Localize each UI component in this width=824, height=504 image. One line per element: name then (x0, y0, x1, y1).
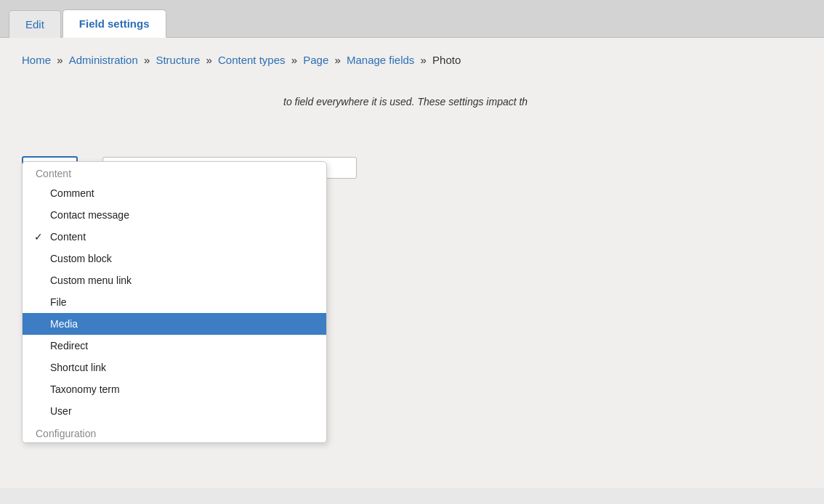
breadcrumb: Home » Administration » Structure » Cont… (22, 52, 802, 69)
dropdown-item-custom-menu-link[interactable]: Custom menu link (23, 269, 326, 291)
dropdown-group-configuration-label: Configuration (23, 422, 326, 442)
breadcrumb-sep-2: » (144, 54, 153, 66)
description-italic: to field everywhere it is used. These se… (283, 96, 528, 107)
main-content: Home » Administration » Structure » Cont… (0, 38, 824, 488)
page-wrapper: Edit Field settings Home » Administratio… (0, 0, 824, 504)
dropdown-group-content-label: Content (23, 162, 326, 182)
dropdown-popup: Content Comment Contact message Content … (22, 161, 327, 443)
breadcrumb-administration[interactable]: Administration (69, 54, 138, 66)
dropdown-item-media[interactable]: Media (23, 313, 326, 335)
dropdown-item-contact-message[interactable]: Contact message (23, 204, 326, 226)
dropdown-item-comment[interactable]: Comment (23, 182, 326, 204)
dropdown-item-redirect[interactable]: Redirect (23, 335, 326, 357)
dropdown-item-content[interactable]: Content (23, 226, 326, 248)
breadcrumb-sep-4: » (291, 54, 301, 66)
breadcrumb-structure[interactable]: Structure (155, 54, 200, 66)
dropdown-item-file[interactable]: File (23, 291, 326, 313)
breadcrumb-sep-6: » (421, 54, 430, 66)
breadcrumb-home[interactable]: Home (22, 54, 51, 66)
dropdown-item-custom-block[interactable]: Custom block (23, 248, 326, 269)
tab-edit[interactable]: Edit (9, 10, 61, 38)
dropdown-item-user[interactable]: User (23, 400, 326, 422)
breadcrumb-sep-3: » (206, 54, 215, 66)
breadcrumb-photo: Photo (432, 54, 461, 66)
tab-field-settings[interactable]: Field settings (62, 9, 166, 38)
dropdown-item-taxonomy-term[interactable]: Taxonomy term (23, 378, 326, 400)
description-text: to field everywhere it is used. These se… (283, 96, 817, 107)
tab-bar: Edit Field settings (0, 0, 824, 38)
breadcrumb-sep-1: » (57, 54, 66, 66)
dropdown-item-shortcut-link[interactable]: Shortcut link (23, 357, 326, 378)
breadcrumb-page[interactable]: Page (303, 54, 328, 66)
breadcrumb-manage-fields[interactable]: Manage fields (347, 54, 414, 66)
breadcrumb-sep-5: » (334, 54, 344, 66)
breadcrumb-content-types[interactable]: Content types (218, 54, 286, 66)
